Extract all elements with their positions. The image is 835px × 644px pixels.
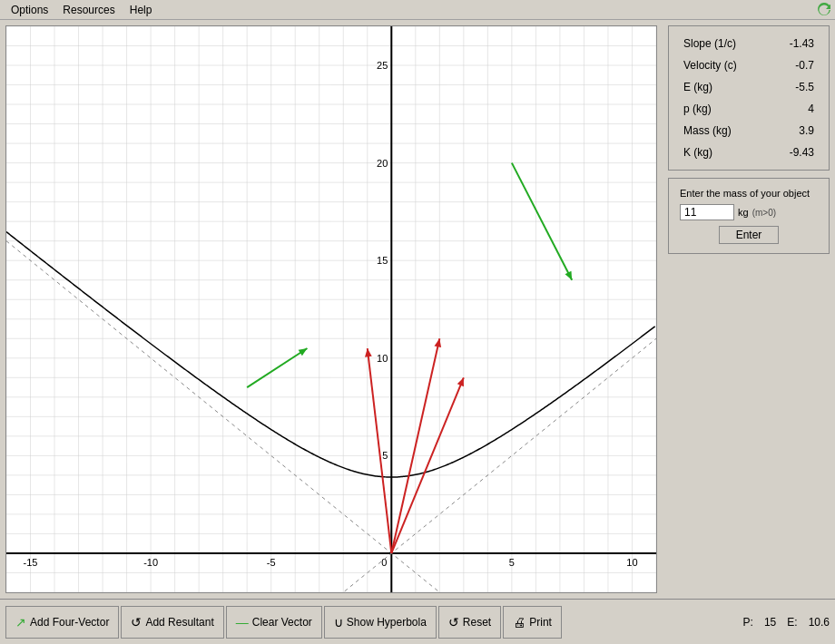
right-panel: Slope (1/c) -1.43 Velocity (c) -0.7 E (k… xyxy=(663,20,835,599)
mass-input[interactable] xyxy=(680,204,734,220)
mass-value: 3.9 xyxy=(778,124,814,137)
status-e-value: 10.6 xyxy=(809,616,830,629)
print-label: Print xyxy=(529,616,552,629)
add-fourvector-label: Add Four-Vector xyxy=(30,616,109,629)
clear-vector-label: Clear Vector xyxy=(252,616,312,629)
mass-unit: kg xyxy=(738,207,749,218)
show-hyperbola-icon: ∪ xyxy=(334,615,343,629)
print-icon: 🖨 xyxy=(513,615,526,629)
menu-help[interactable]: Help xyxy=(123,2,160,18)
toolbar: ↗ Add Four-Vector ↺ Add Resultant — Clea… xyxy=(0,599,835,644)
add-resultant-icon: ↺ xyxy=(131,615,142,629)
main-layout: Slope (1/c) -1.43 Velocity (c) -0.7 E (k… xyxy=(0,20,835,599)
mass-entry-label: Enter the mass of your object xyxy=(680,188,818,199)
menu-options[interactable]: Options xyxy=(4,2,55,18)
velocity-label: Velocity (c) xyxy=(683,59,737,72)
e-value: -5.5 xyxy=(778,81,814,93)
k-label: K (kg) xyxy=(683,146,712,159)
menu-resources[interactable]: Resources xyxy=(55,2,122,18)
print-button[interactable]: 🖨 Print xyxy=(503,606,562,639)
refresh-icon[interactable] xyxy=(817,3,831,17)
e-label: E (kg) xyxy=(683,81,712,93)
graph-canvas xyxy=(6,26,656,592)
reset-icon: ↺ xyxy=(448,615,459,629)
velocity-value: -0.7 xyxy=(778,59,814,72)
mass-entry-box: Enter the mass of your object kg (m>0) E… xyxy=(668,178,830,254)
add-resultant-button[interactable]: ↺ Add Resultant xyxy=(121,606,223,639)
add-fourvector-icon: ↗ xyxy=(15,615,26,629)
status-p-label: P: xyxy=(743,616,753,629)
status-p-value: 15 xyxy=(764,616,776,629)
status-e-label: E: xyxy=(787,616,797,629)
p-value: 4 xyxy=(778,102,814,115)
clear-vector-icon: — xyxy=(236,615,249,629)
show-hyperbola-button[interactable]: ∪ Show Hyperbola xyxy=(324,606,437,639)
info-box: Slope (1/c) -1.43 Velocity (c) -0.7 E (k… xyxy=(668,25,830,171)
reset-button[interactable]: ↺ Reset xyxy=(438,606,501,639)
mass-label: Mass (kg) xyxy=(683,124,732,137)
slope-label: Slope (1/c) xyxy=(683,37,736,50)
reset-label: Reset xyxy=(463,616,491,629)
enter-button[interactable]: Enter xyxy=(719,226,780,244)
mass-constraint: (m>0) xyxy=(752,208,776,218)
graph-container[interactable] xyxy=(5,25,657,593)
menubar: Options Resources Help xyxy=(0,0,835,20)
status-bar: P: 15 E: 10.6 xyxy=(743,616,830,629)
clear-vector-button[interactable]: — Clear Vector xyxy=(226,606,322,639)
add-fourvector-button[interactable]: ↗ Add Four-Vector xyxy=(5,606,119,639)
add-resultant-label: Add Resultant xyxy=(145,616,213,629)
show-hyperbola-label: Show Hyperbola xyxy=(347,616,427,629)
k-value: -9.43 xyxy=(778,146,814,159)
slope-value: -1.43 xyxy=(778,37,814,50)
p-label: p (kg) xyxy=(683,102,712,115)
